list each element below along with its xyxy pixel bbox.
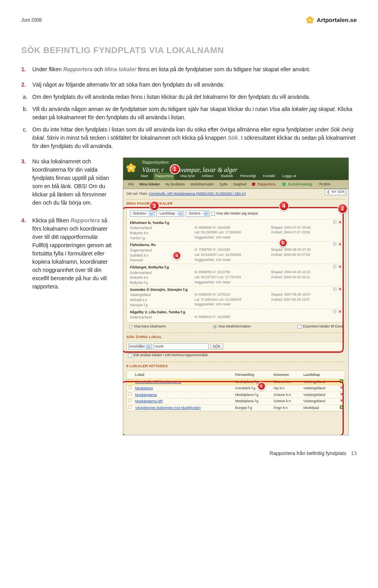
delete-icon[interactable] (338, 265, 342, 268)
step-1-num: 1. (21, 65, 31, 74)
note-icon[interactable] (333, 310, 337, 313)
sub-syfte[interactable]: Syfte (218, 181, 230, 188)
table-row[interactable]: MunkebergGrevbäck f:gHjo k:nVästergötlan… (127, 385, 345, 392)
radio-lokalinfo[interactable]: Visa lokalinformation (213, 324, 251, 329)
delete-icon[interactable] (340, 386, 343, 389)
square-icon (128, 405, 132, 409)
marker-3: 3 (149, 201, 159, 211)
step-2-num: 2. (21, 81, 31, 89)
note-icon[interactable] (333, 287, 337, 291)
square-icon (128, 392, 132, 396)
svg-rect-31 (129, 386, 132, 389)
brand-text: Artportalen.se (317, 16, 357, 25)
svg-rect-12 (252, 183, 254, 185)
marker-4: 4 (279, 201, 289, 211)
svg-rect-27 (146, 345, 151, 349)
svg-point-10 (126, 165, 130, 169)
sub-excel[interactable]: Excelinmatning (281, 181, 315, 188)
marker-1: 1 (170, 164, 180, 174)
search-input[interactable]: munk (154, 343, 209, 350)
delete-icon[interactable] (338, 242, 342, 246)
chevron-down-icon (178, 212, 183, 216)
select-bokstav[interactable]: - Bokstav - (130, 211, 155, 217)
sub-dag[interactable]: Dagblad (232, 181, 248, 188)
nav-personligt[interactable]: Personligt (239, 173, 258, 180)
table-row[interactable]: MunkängarnaMedelplana f:gGötene k:nVäste… (127, 392, 345, 398)
plus-icon[interactable] (340, 405, 343, 409)
list-item[interactable]: Fårberget, Botkyrka f:gSödermanlandBotky… (128, 264, 343, 286)
delete-icon[interactable] (338, 220, 342, 224)
note-icon[interactable] (333, 220, 337, 224)
sub-rubin[interactable]: RUBIN (318, 181, 332, 188)
delete-icon[interactable] (340, 399, 343, 402)
check-visa-alla[interactable]: Visa alla lokaler jag skapat (211, 211, 258, 216)
nav-kontakt[interactable]: Kontakt (261, 173, 277, 180)
sub-a-body: Om den fyndplats du vill använda redan f… (32, 94, 310, 100)
list-item[interactable]: Hågelby V, Lilla Dalen, Tumba f:gSöderma… (128, 309, 343, 321)
flower-icon (306, 16, 314, 24)
plus-icon[interactable] (340, 379, 343, 383)
svg-rect-32 (129, 393, 132, 396)
table-row[interactable]: Kinnekulle, NR MunkängarnaMedelplana f:g… (127, 379, 345, 385)
sub-ny[interactable]: Ny fyndplats (164, 181, 187, 188)
delete-icon[interactable] (340, 392, 343, 396)
list-item[interactable]: Gunnebo Ö Stensjön, Stensjön f:gVästergö… (128, 286, 343, 309)
ss-nav: Start Rapportera Visa fynd Artlistor Sta… (123, 173, 348, 180)
ny-sok-button[interactable]: NY SÖK (325, 189, 346, 196)
fav-panel: - Bokstav - - Landskap - - Sortera - Vis… (126, 208, 345, 323)
select-sortera[interactable]: - Sortera - (185, 211, 209, 217)
radio-icon (213, 325, 217, 329)
sub-info[interactable]: Info (126, 181, 135, 188)
nav-rapportera[interactable]: Rapportera (154, 173, 174, 180)
list-item[interactable]: Ekholmen N, Tumba f:gSödermanlandBotkyrk… (128, 219, 343, 242)
note-icon[interactable] (333, 242, 337, 246)
nav-visa[interactable]: Visa fynd (178, 173, 196, 180)
footer-page: 13 (351, 449, 357, 457)
select-landskap[interactable]: - Landskap - (156, 211, 184, 217)
marker-2: 2 (337, 203, 348, 214)
svg-point-11 (130, 166, 133, 169)
search-row: Innehåller munk SÖK (126, 342, 345, 352)
radio-icon (129, 325, 133, 329)
th-landskap: Landskap (302, 372, 338, 379)
crumb-link[interactable]: Kinnekulle, NR Munkängarna (N6501250, E1… (149, 192, 246, 196)
sub-c-body: Om du inte hittar den fyndplats i listan… (32, 126, 356, 149)
nav-start[interactable]: Start (139, 173, 150, 180)
sub-a-let: a. (23, 93, 28, 101)
nav-artlistor[interactable]: Artlistor (200, 173, 215, 180)
square-icon (128, 399, 132, 402)
select-innehaller[interactable]: Innehåller (128, 344, 152, 350)
svg-point-7 (132, 165, 135, 169)
note-icon[interactable] (333, 265, 337, 268)
svg-rect-16 (204, 212, 208, 216)
delete-icon[interactable] (338, 310, 342, 313)
check-export[interactable]: Exportera lokaler till Exce (298, 324, 343, 329)
square-icon (252, 183, 255, 186)
page-date: Juni 2008 (21, 17, 42, 24)
table-row[interactable]: Munkängarna NRMedelplana f:gGötene k:nVä… (127, 398, 345, 405)
svg-rect-33 (129, 399, 132, 402)
nav-logout[interactable]: Logga ut (281, 173, 298, 180)
table-row[interactable]: Värsjöberget sluttningen mot Munkfjorden… (127, 405, 345, 411)
th-kommun: Kommun (272, 372, 302, 379)
nav-statistik[interactable]: Statistik (219, 173, 235, 180)
page-title: SÖK BEFINTLIG FYNDPLATS VIA LOKALNAMN (21, 44, 357, 57)
embedded-screenshot: Rapportsystem Växter, r XXX svampar, lav… (123, 157, 349, 435)
sub-mina[interactable]: Mina lokaler (138, 181, 161, 188)
radio-bara-lokalnamn[interactable]: Visa bara lokalnamn (129, 324, 166, 329)
svg-rect-14 (149, 212, 154, 216)
step-4-num: 4. (21, 216, 31, 225)
footer-text: Rapportera från befintlig fyndplats (269, 449, 346, 457)
check-hemma[interactable]: Sök endast lokaler i mitt hemma-rapporto… (126, 351, 211, 359)
sub-rapp[interactable]: Rapportera (250, 181, 279, 188)
svg-point-23 (129, 325, 132, 328)
delete-icon[interactable] (338, 287, 342, 291)
checkbox-icon (211, 212, 215, 216)
view-options: Visa bara lokalnamn Visa lokalinformatio… (126, 323, 345, 331)
list-item[interactable]: Flybodarna, RaÅngermanlandSollefteå k:nR… (128, 241, 343, 264)
svg-point-5 (309, 19, 311, 22)
square-icon (128, 386, 132, 389)
search-button[interactable]: SÖK (210, 344, 223, 350)
sub-med[interactable]: Medobservatör (189, 181, 216, 188)
page-footer: Rapportera från befintlig fyndplats 13 (21, 449, 357, 457)
